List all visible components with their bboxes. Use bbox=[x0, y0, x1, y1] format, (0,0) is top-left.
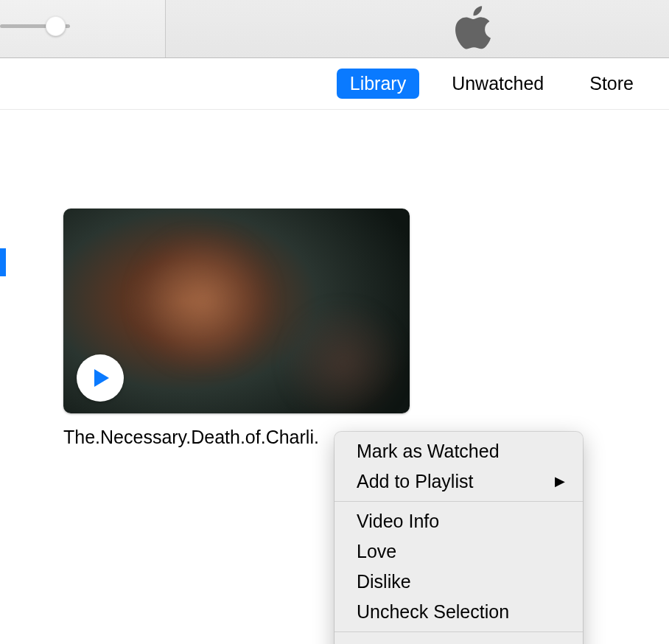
menu-item-label: Dislike bbox=[357, 569, 411, 595]
menu-mark-watched[interactable]: Mark as Watched bbox=[334, 436, 583, 466]
context-menu: Mark as Watched Add to Playlist ▶ Video … bbox=[334, 432, 583, 644]
menu-separator bbox=[334, 501, 583, 502]
sidebar-selection-indicator bbox=[0, 248, 6, 276]
video-thumbnail[interactable] bbox=[63, 209, 410, 413]
menu-item-label: Uncheck Selection bbox=[357, 599, 509, 625]
toolbar bbox=[0, 0, 669, 58]
content-area: The.Necessary.Death.of.Charli. Mark as W… bbox=[0, 109, 669, 644]
tab-unwatched[interactable]: Unwatched bbox=[438, 69, 557, 99]
menu-item-label: Video Info bbox=[357, 508, 439, 534]
volume-slider-area bbox=[0, 0, 166, 57]
menu-add-to-playlist[interactable]: Add to Playlist ▶ bbox=[334, 466, 583, 497]
play-icon bbox=[93, 368, 111, 388]
volume-slider-knob[interactable] bbox=[46, 16, 66, 36]
menu-uncheck-selection[interactable]: Uncheck Selection bbox=[334, 597, 583, 627]
menu-love[interactable]: Love bbox=[334, 536, 583, 567]
apple-logo-icon bbox=[455, 6, 495, 55]
menu-item-label: Mark as Watched bbox=[357, 438, 500, 464]
menu-dislike[interactable]: Dislike bbox=[334, 567, 583, 597]
menu-item-label: Add to Playlist bbox=[357, 469, 473, 494]
menu-copy[interactable]: Copy bbox=[334, 637, 583, 644]
play-button[interactable] bbox=[77, 354, 124, 402]
tab-store[interactable]: Store bbox=[576, 69, 647, 99]
menu-video-info[interactable]: Video Info bbox=[334, 506, 583, 536]
submenu-arrow-icon: ▶ bbox=[555, 472, 565, 491]
menu-item-label: Love bbox=[357, 539, 396, 564]
nav-tabs: Library Unwatched Store bbox=[0, 58, 669, 109]
video-item[interactable]: The.Necessary.Death.of.Charli. bbox=[63, 209, 410, 448]
menu-separator bbox=[334, 631, 583, 632]
menu-item-label: Copy bbox=[357, 639, 399, 644]
tab-library[interactable]: Library bbox=[337, 69, 419, 99]
